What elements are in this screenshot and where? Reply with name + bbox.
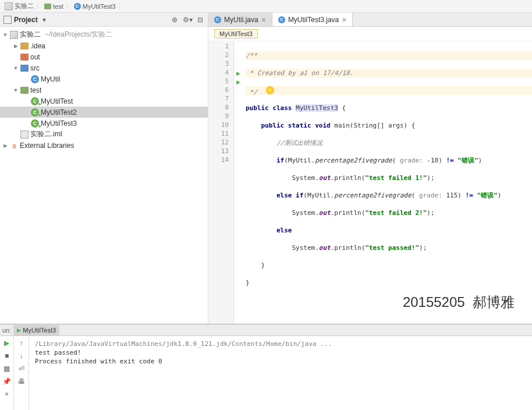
folder-icon bbox=[44, 3, 51, 9]
soft-wrap-icon[interactable]: ⏎ bbox=[17, 364, 26, 373]
expand-arrow-icon[interactable]: ▼ bbox=[13, 87, 19, 93]
close-icon[interactable]: × bbox=[261, 15, 266, 24]
tab-myutil[interactable]: C MyUtil.java × bbox=[208, 13, 272, 26]
expand-arrow-icon[interactable]: ▼ bbox=[13, 65, 19, 71]
hide-icon[interactable]: ⊟ bbox=[196, 16, 204, 24]
java-runnable-icon: C bbox=[31, 108, 39, 116]
console-output[interactable]: /Library/Java/JavaVirtualMachines/jdk1.8… bbox=[29, 336, 532, 410]
close-icon[interactable]: × bbox=[342, 15, 346, 24]
code-editor[interactable]: /** * Created by a1 on 17/4/18. */ publi… bbox=[242, 41, 532, 324]
breadcrumb-folder[interactable]: test bbox=[44, 3, 63, 10]
java-class-icon: C bbox=[74, 3, 81, 10]
chevron-right-icon: 〉 bbox=[118, 2, 124, 10]
project-view-icon[interactable] bbox=[3, 16, 12, 24]
source-folder-icon bbox=[20, 65, 29, 72]
project-tree: ▼ 实验二 ~/IdeaProjects/实验二 ▶ .idea out ▼ s… bbox=[0, 27, 208, 324]
run-tool-window: un: ▶ MyUtilTest3 ▶ ■ ▦ 📌 × ↑ ↓ ⏎ 🖶 /Lib… bbox=[0, 324, 532, 410]
java-class-icon: C bbox=[214, 16, 221, 23]
rerun-icon[interactable]: ▶ bbox=[2, 338, 12, 348]
dropdown-icon[interactable]: ▾ bbox=[40, 16, 48, 24]
layout-icon[interactable]: ▦ bbox=[2, 364, 12, 373]
test-folder-icon bbox=[20, 87, 29, 94]
intention-bulb-icon[interactable] bbox=[266, 86, 274, 94]
folder-icon bbox=[20, 43, 29, 50]
scroll-down-icon[interactable]: ↓ bbox=[17, 351, 26, 360]
expand-arrow-icon[interactable]: ▼ bbox=[2, 32, 8, 38]
iml-icon bbox=[20, 130, 29, 139]
java-runnable-icon: C bbox=[31, 97, 39, 105]
breadcrumb: 实验二 〉 test 〉 CMyUtilTest3 〉 bbox=[0, 0, 532, 13]
java-class-icon: C bbox=[31, 75, 39, 83]
tree-file-test1[interactable]: C MyUtilTest bbox=[0, 96, 208, 107]
run-toolbar-console: ↑ ↓ ⏎ 🖶 bbox=[14, 336, 29, 410]
breadcrumb-project[interactable]: 实验二 bbox=[5, 2, 34, 10]
tree-file-test3[interactable]: C MyUtilTest3 bbox=[0, 118, 208, 129]
tab-myutiltest3[interactable]: C MyUtilTest3.java × bbox=[272, 13, 353, 26]
scroll-up-icon[interactable]: ↑ bbox=[17, 338, 26, 348]
line-gutter[interactable]: 1 2 3 4 5 6 7 8 9 10 11 12 13 14 bbox=[208, 41, 234, 324]
folder-icon bbox=[20, 54, 29, 61]
pin-icon[interactable]: 📌 bbox=[2, 377, 12, 386]
run-method-icon[interactable]: ▶ bbox=[234, 77, 242, 86]
collapse-icon[interactable]: ⊕ bbox=[171, 16, 179, 24]
print-icon[interactable]: 🖶 bbox=[17, 377, 26, 386]
tree-file-test2[interactable]: C MyUtilTest2 bbox=[0, 107, 208, 118]
chevron-right-icon: 〉 bbox=[36, 2, 42, 10]
java-class-icon: C bbox=[278, 16, 285, 23]
module-icon bbox=[10, 31, 18, 39]
breadcrumb-file[interactable]: CMyUtilTest3 bbox=[74, 3, 116, 10]
tree-file-myutil[interactable]: C MyUtil bbox=[0, 73, 208, 84]
run-icon: ▶ bbox=[17, 327, 21, 333]
library-icon: ⫼ bbox=[10, 142, 18, 150]
run-config-tab[interactable]: ▶ MyUtilTest3 bbox=[13, 325, 59, 335]
tree-folder-src[interactable]: ▼ src bbox=[0, 62, 208, 73]
project-sidebar: Project ▾ ⊕ ⚙▾ ⊟ ▼ 实验二 ~/IdeaProjects/实验… bbox=[0, 13, 208, 324]
tree-folder-test[interactable]: ▼ test bbox=[0, 84, 208, 96]
watermark-text: 20155205 郝博雅 bbox=[403, 298, 515, 306]
sidebar-title: Project bbox=[14, 16, 38, 24]
tree-folder-out[interactable]: out bbox=[0, 51, 208, 62]
run-toolbar-left: ▶ ■ ▦ 📌 × bbox=[0, 336, 14, 410]
chevron-right-icon: 〉 bbox=[66, 2, 72, 10]
editor-area: C MyUtil.java × C MyUtilTest3.java × MyU… bbox=[208, 13, 532, 324]
run-tabs: un: ▶ MyUtilTest3 bbox=[0, 324, 532, 336]
expand-arrow-icon[interactable]: ▶ bbox=[2, 143, 8, 149]
stop-icon[interactable]: ■ bbox=[2, 351, 12, 360]
tree-external-libs[interactable]: ▶ ⫼ External Libraries bbox=[0, 140, 208, 151]
run-class-icon[interactable]: ▶ bbox=[234, 69, 242, 77]
tree-root[interactable]: ▼ 实验二 ~/IdeaProjects/实验二 bbox=[0, 29, 208, 40]
expand-arrow-icon[interactable]: ▶ bbox=[13, 43, 19, 49]
class-crumb[interactable]: MyUtilTest3 bbox=[214, 29, 258, 38]
tree-folder-idea[interactable]: ▶ .idea bbox=[0, 40, 208, 51]
run-gutter: ▶ ▶ bbox=[234, 41, 242, 324]
module-icon bbox=[5, 2, 13, 10]
navigation-bar: MyUtilTest3 bbox=[208, 27, 532, 41]
close-icon[interactable]: × bbox=[2, 390, 12, 399]
tree-file-iml[interactable]: 实验二.iml bbox=[0, 129, 208, 140]
java-runnable-icon: C bbox=[31, 119, 39, 128]
sidebar-header: Project ▾ ⊕ ⚙▾ ⊟ bbox=[0, 13, 208, 27]
editor-tabs: C MyUtil.java × C MyUtilTest3.java × bbox=[208, 13, 532, 27]
settings-dropdown-icon[interactable]: ⚙▾ bbox=[183, 16, 191, 24]
